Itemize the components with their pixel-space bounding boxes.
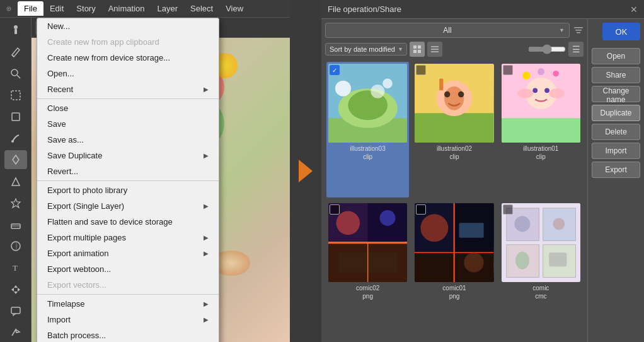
menu-animation[interactable]: Animation	[102, 1, 151, 16]
menu-file[interactable]: File	[18, 1, 43, 16]
tool-move-icon[interactable]	[4, 280, 27, 298]
file-name-comic: comiccmc	[532, 284, 549, 300]
menu-export-photo[interactable]: Export to photo library	[37, 182, 219, 198]
file-checkbox-comic02[interactable]	[330, 204, 340, 215]
change-name-button[interactable]: Change name	[592, 86, 640, 102]
menu-recent[interactable]: Recent ▶	[37, 81, 219, 97]
file-checkbox-illustration03[interactable]: ✓	[330, 65, 340, 75]
grid-view-btn[interactable]	[410, 42, 425, 57]
file-thumbnail-comic	[502, 203, 580, 282]
menu-batch[interactable]: Batch process...	[37, 327, 219, 342]
sort-select[interactable]: Sort by date modified	[325, 43, 407, 56]
file-item-comic[interactable]: comiccmc	[500, 201, 582, 337]
tool-fill-icon[interactable]	[4, 172, 27, 191]
file-name-illustration02: illustration02clip	[437, 144, 472, 161]
svg-point-60	[379, 210, 395, 226]
menu-save[interactable]: Save	[37, 116, 219, 132]
filter-icon[interactable]	[573, 25, 584, 35]
right-panel: File operation/Share ✕ All	[321, 0, 644, 342]
separator-1	[37, 98, 219, 99]
tool-speech-icon[interactable]	[4, 302, 27, 321]
menu-open[interactable]: Open...	[37, 66, 219, 81]
tool-pointer-icon[interactable]	[4, 21, 27, 40]
menu-edit[interactable]: Edit	[43, 1, 70, 16]
menu-save-as[interactable]: Save as...	[37, 132, 219, 148]
tool-star-icon[interactable]	[4, 194, 27, 213]
menu-create-device[interactable]: Create new from device storage...	[37, 50, 219, 66]
tool-eraser-icon[interactable]	[4, 215, 27, 234]
svg-rect-46	[502, 118, 580, 143]
thumbnail-size-slider[interactable]	[528, 44, 566, 54]
tool-gradient-icon[interactable]	[4, 237, 27, 256]
file-name-comic01: comic01png	[442, 284, 466, 300]
file-thumbnail-illustration03: ✓	[328, 64, 407, 143]
svg-rect-21	[574, 27, 583, 28]
menu-new[interactable]: New...	[37, 18, 219, 34]
dialog-title: File operation/Share	[328, 4, 401, 14]
menu-export-pages[interactable]: Export multiple pages ▶	[37, 230, 219, 245]
svg-marker-18	[18, 288, 20, 292]
delete-button[interactable]: Delete	[592, 124, 640, 140]
open-button[interactable]: Open	[592, 48, 640, 64]
tool-shape-icon[interactable]	[4, 107, 27, 126]
tool-pencil-icon[interactable]	[4, 42, 27, 61]
tool-select-icon[interactable]	[4, 86, 27, 105]
ok-button[interactable]: OK	[602, 23, 640, 40]
file-item-illustration02[interactable]: illustration02clip	[413, 62, 495, 198]
list-view-btn[interactable]	[427, 42, 442, 57]
menu-select[interactable]: Select	[184, 1, 219, 16]
file-item-illustration03[interactable]: ✓ illustration03clip	[326, 62, 409, 198]
tool-arrow-icon[interactable]	[4, 323, 27, 342]
file-browser: All Sort by date modified	[321, 19, 587, 342]
menu-export-animation[interactable]: Export animation ▶	[37, 245, 219, 261]
menu-view[interactable]: View	[219, 1, 250, 16]
svg-rect-25	[418, 45, 421, 49]
file-name-comic02: comic02png	[356, 284, 379, 300]
menu-revert[interactable]: Revert...	[37, 163, 219, 179]
file-checkbox-illustration01[interactable]	[503, 65, 513, 75]
tool-brush-icon[interactable]	[4, 129, 27, 148]
menu-layer[interactable]: Layer	[151, 1, 185, 16]
filter-select[interactable]: All	[325, 23, 570, 38]
menu-flatten-save[interactable]: Flatten and save to device storage	[37, 214, 219, 230]
options-menu-btn[interactable]: ☰	[568, 42, 584, 57]
duplicate-button[interactable]: Duplicate	[592, 105, 640, 121]
file-thumbnail-illustration02	[415, 64, 493, 143]
dialog-close-button[interactable]: ✕	[630, 4, 638, 15]
svg-rect-19	[11, 307, 20, 314]
menu-export-webtoon[interactable]: Export webtoon...	[37, 261, 219, 277]
export-button[interactable]: Export	[592, 162, 640, 178]
tool-text-icon[interactable]: T	[4, 258, 27, 277]
share-button[interactable]: Share	[592, 67, 640, 83]
tool-pen-icon[interactable]	[4, 150, 27, 169]
svg-rect-3	[14, 29, 17, 34]
svg-point-35	[335, 81, 351, 97]
svg-rect-27	[418, 50, 421, 53]
menu-save-duplicate[interactable]: Save Duplicate ▶	[37, 148, 219, 163]
svg-rect-7	[11, 91, 20, 100]
file-checkbox-comic[interactable]	[503, 204, 513, 215]
file-checkbox-illustration02[interactable]	[416, 65, 426, 75]
svg-point-43	[458, 91, 464, 97]
menu-export-single[interactable]: Export (Single Layer) ▶	[37, 198, 219, 214]
svg-rect-81	[549, 252, 566, 266]
file-item-illustration01[interactable]: illustration01clip	[500, 62, 582, 198]
file-checkbox-comic01[interactable]	[416, 204, 426, 215]
tool-search-icon[interactable]	[4, 64, 27, 83]
menu-timelapse[interactable]: Timelapse ▶	[37, 296, 219, 312]
export-anim-arrow: ▶	[204, 250, 209, 257]
svg-line-6	[17, 75, 20, 78]
svg-point-48	[532, 88, 538, 93]
file-item-comic01[interactable]: comic01png	[413, 201, 495, 337]
dialog-titlebar: File operation/Share ✕	[321, 0, 644, 19]
file-item-comic02[interactable]: comic02png	[326, 201, 409, 337]
svg-point-1	[8, 8, 9, 9]
file-name-illustration03: illustration03clip	[350, 144, 386, 161]
svg-marker-10	[11, 199, 20, 208]
svg-point-80	[515, 252, 529, 269]
import-button[interactable]: Import	[592, 143, 640, 159]
menu-story[interactable]: Story	[70, 1, 101, 16]
menu-import[interactable]: Import ▶	[37, 312, 219, 327]
svg-rect-29	[431, 49, 439, 50]
menu-close[interactable]: Close	[37, 100, 219, 116]
